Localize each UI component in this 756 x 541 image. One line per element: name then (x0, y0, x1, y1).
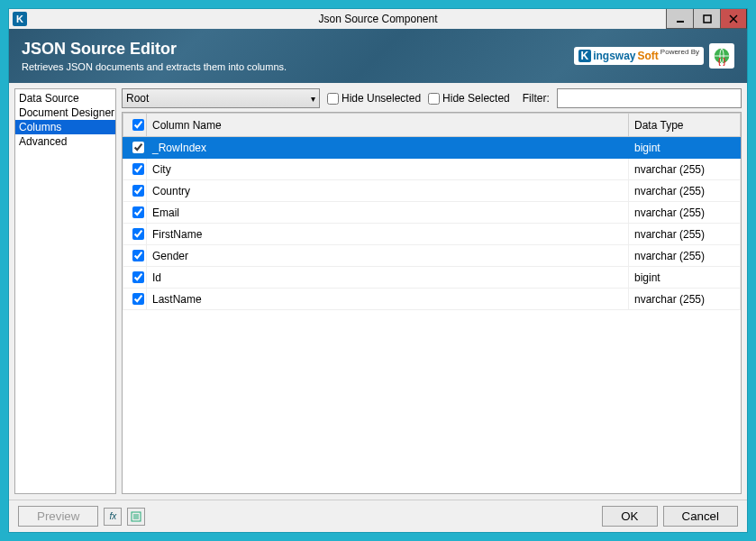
chevron-down-icon: ▾ (311, 94, 315, 104)
ok-button[interactable]: OK (602, 506, 657, 527)
table-row[interactable]: Citynvarchar (255) (123, 159, 741, 180)
cell-data-type: nvarchar (255) (629, 224, 741, 245)
cell-column-name: LastName (147, 289, 629, 310)
dialog-window: K Json Source Component JSON Source Edit… (8, 8, 748, 533)
cell-column-name: _RowIndex (147, 137, 629, 159)
row-checkbox[interactable] (132, 293, 144, 305)
row-checkbox[interactable] (132, 250, 144, 261)
filter-input[interactable] (557, 88, 742, 108)
row-checkbox[interactable] (132, 142, 144, 153)
hide-unselected-option[interactable]: Hide Unselected (327, 92, 421, 105)
sidebar-item-advanced[interactable]: Advanced (15, 134, 115, 149)
main-panel: Root ▾ Hide Unselected Hide Selected Fil… (122, 88, 742, 494)
app-icon: K (13, 12, 27, 26)
cell-data-type: nvarchar (255) (629, 159, 741, 180)
header-check-cell[interactable] (123, 114, 147, 137)
minimize-button[interactable] (666, 9, 693, 29)
cell-data-type: bigint (629, 137, 741, 159)
hide-selected-option[interactable]: Hide Selected (428, 92, 510, 105)
fx-icon: fx (110, 511, 117, 521)
maximize-button[interactable] (693, 9, 720, 29)
svg-text:{ }: { } (718, 58, 727, 66)
footer: Preview fx OK Cancel (9, 500, 747, 532)
expression-list-button[interactable] (127, 508, 145, 526)
hide-selected-label: Hide Selected (442, 92, 510, 105)
filter-label: Filter: (523, 92, 550, 105)
close-icon (729, 14, 738, 23)
table-row[interactable]: Idbigint (123, 267, 741, 289)
row-checkbox[interactable] (132, 206, 144, 218)
hide-selected-checkbox[interactable] (428, 93, 440, 105)
cell-column-name: Email (147, 202, 629, 224)
cell-data-type: nvarchar (255) (629, 289, 741, 310)
header-checkbox[interactable] (132, 119, 144, 131)
row-checkbox[interactable] (132, 185, 144, 197)
table-row[interactable]: FirstNamenvarchar (255) (123, 224, 741, 245)
cancel-button[interactable]: Cancel (663, 506, 739, 527)
globe-icon: { } (709, 43, 734, 69)
table-row[interactable]: Countrynvarchar (255) (123, 180, 741, 202)
cell-data-type: nvarchar (255) (629, 180, 741, 202)
toolbar: Root ▾ Hide Unselected Hide Selected Fil… (122, 88, 742, 108)
cell-data-type: nvarchar (255) (629, 202, 741, 224)
cell-column-name: Id (147, 267, 629, 289)
row-checkbox[interactable] (132, 228, 144, 240)
cell-column-name: Country (147, 180, 629, 202)
svg-rect-1 (704, 15, 711, 23)
header-data-type[interactable]: Data Type (629, 114, 741, 137)
sidebar-item-data-source[interactable]: Data Source (15, 91, 115, 105)
header-column-name[interactable]: Column Name (147, 114, 629, 137)
window-controls (666, 9, 747, 29)
table-row[interactable]: _RowIndexbigint (123, 137, 741, 159)
list-icon (131, 511, 141, 522)
titlebar[interactable]: K Json Source Component (9, 9, 747, 29)
grid-header-row: Column Name Data Type (123, 114, 741, 137)
close-button[interactable] (720, 9, 747, 29)
row-checkbox[interactable] (132, 271, 144, 283)
page-title: JSON Source Editor (22, 40, 287, 59)
hide-unselected-checkbox[interactable] (327, 93, 339, 105)
hide-unselected-label: Hide Unselected (342, 92, 421, 105)
cell-column-name: City (147, 159, 629, 180)
cell-column-name: FirstName (147, 224, 629, 245)
root-select[interactable]: Root ▾ (122, 88, 320, 108)
columns-grid: Column Name Data Type _RowIndexbigintCit… (122, 112, 742, 494)
cell-data-type: nvarchar (255) (629, 245, 741, 267)
cell-column-name: Gender (147, 245, 629, 267)
maximize-icon (703, 14, 712, 23)
body-area: Data SourceDocument DesignerColumnsAdvan… (9, 83, 747, 500)
brand-logo: KingswaySoft Powered By (574, 47, 705, 65)
header-band: JSON Source Editor Retrieves JSON docume… (9, 29, 747, 83)
preview-button[interactable]: Preview (18, 506, 98, 527)
sidebar: Data SourceDocument DesignerColumnsAdvan… (14, 88, 116, 494)
page-subtitle: Retrieves JSON documents and extracts th… (22, 61, 287, 72)
table-row[interactable]: Emailnvarchar (255) (123, 202, 741, 224)
row-checkbox[interactable] (132, 163, 144, 175)
sidebar-item-columns[interactable]: Columns (15, 120, 115, 134)
root-select-value: Root (126, 92, 149, 105)
minimize-icon (676, 14, 685, 23)
window-title: Json Source Component (9, 13, 747, 25)
cell-data-type: bigint (629, 267, 741, 289)
table-row[interactable]: LastNamenvarchar (255) (123, 289, 741, 310)
fx-button[interactable]: fx (104, 508, 122, 526)
sidebar-item-document-designer[interactable]: Document Designer (15, 105, 115, 120)
table-row[interactable]: Gendernvarchar (255) (123, 245, 741, 267)
